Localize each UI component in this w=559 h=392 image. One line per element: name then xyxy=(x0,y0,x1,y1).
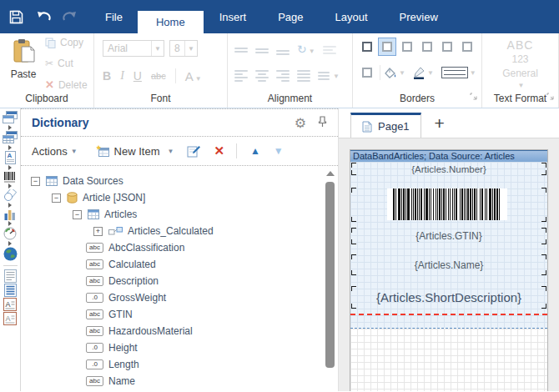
all-borders-icon[interactable] xyxy=(358,38,376,56)
move-up-icon[interactable]: ▲ xyxy=(250,145,260,157)
tree-item[interactable]: abcName xyxy=(21,373,338,389)
shapes-icon[interactable] xyxy=(3,189,17,208)
chart-icon[interactable] xyxy=(4,209,16,226)
tree-item[interactable]: abcAbcClassification xyxy=(21,239,338,256)
tree-item[interactable]: abcGTIN xyxy=(21,306,338,323)
tree-item[interactable]: −Article [JSON] xyxy=(21,189,338,206)
expand-arrow-icon[interactable] xyxy=(8,165,12,170)
bottom-border-icon[interactable] xyxy=(418,38,436,56)
align-center-icon[interactable] xyxy=(255,70,269,82)
paste-button[interactable]: Paste xyxy=(7,38,40,80)
collapse-icon[interactable]: − xyxy=(52,193,61,203)
outer-border-icon[interactable] xyxy=(378,38,396,56)
new-item-button[interactable]: New Item▼ xyxy=(96,145,174,158)
align-bottom-icon[interactable] xyxy=(276,45,290,55)
font-family-select[interactable]: Arial▼ xyxy=(103,40,164,57)
dialog-launcher-icon[interactable] xyxy=(470,91,477,103)
menu-tab-home[interactable]: Home xyxy=(138,11,204,33)
tree-item-label: Articles_Calculated xyxy=(128,225,214,237)
tree-item[interactable]: +Articles_Calculated xyxy=(21,223,338,239)
copy-button[interactable]: Copy xyxy=(45,37,83,48)
text-format-button[interactable]: ABC 123 General ▼ xyxy=(482,38,558,90)
dialog-launcher-icon[interactable] xyxy=(546,91,554,103)
data-band-header[interactable]: DataBandArticles; Data Source: Articles xyxy=(350,150,547,162)
justify-icon[interactable] xyxy=(297,70,310,82)
wrap-text-icon[interactable] xyxy=(323,46,336,54)
tree-item[interactable]: abcCalculated xyxy=(21,256,338,273)
menu-tab-insert[interactable]: Insert xyxy=(204,0,263,33)
document-icon[interactable] xyxy=(4,269,17,283)
menu-tab-page[interactable]: Page xyxy=(262,0,319,33)
expand-arrow-icon[interactable] xyxy=(8,221,12,226)
add-page-button[interactable]: + xyxy=(435,114,445,132)
move-down-icon[interactable]: ▼ xyxy=(274,145,284,157)
text-component-icon[interactable]: A xyxy=(4,151,17,170)
expand-arrow-icon[interactable] xyxy=(8,183,12,188)
align-right-icon[interactable] xyxy=(276,70,290,82)
bands-icon[interactable] xyxy=(3,111,18,130)
edit-button[interactable] xyxy=(187,145,200,158)
collapse-icon[interactable]: − xyxy=(31,177,40,186)
tree-item[interactable]: −Articles xyxy=(21,206,338,223)
tree-item[interactable]: .0Length xyxy=(21,356,338,373)
no-border-icon[interactable] xyxy=(358,63,376,82)
collapse-icon[interactable]: − xyxy=(73,210,82,219)
tab-page1[interactable]: Page1 xyxy=(350,113,421,138)
scrollbar-thumb[interactable] xyxy=(325,182,335,368)
text-component-gtin[interactable]: {Articles.GTIN} xyxy=(351,228,546,244)
redo-icon[interactable] xyxy=(58,0,80,33)
text-component-short-description[interactable]: {Articles.ShortDescription} xyxy=(351,286,546,309)
pin-icon[interactable] xyxy=(318,116,327,130)
left-border-icon[interactable] xyxy=(438,38,456,56)
align-middle-icon[interactable] xyxy=(255,46,269,53)
underline-button[interactable]: U xyxy=(133,69,142,83)
expand-arrow-icon[interactable] xyxy=(8,145,12,150)
gauge-icon[interactable] xyxy=(3,227,17,246)
barcode-component[interactable] xyxy=(351,188,546,222)
delete-item-icon[interactable]: ✕ xyxy=(214,143,224,158)
align-top-icon[interactable] xyxy=(234,48,248,53)
strikethrough-button[interactable]: abc xyxy=(151,71,166,81)
expand-arrow-icon[interactable] xyxy=(8,241,12,246)
gear-icon[interactable]: ⚙ xyxy=(295,115,306,131)
menu-tab-layout[interactable]: Layout xyxy=(320,0,384,33)
fill-color-button[interactable]: ▼ xyxy=(384,67,405,79)
align-left-icon[interactable] xyxy=(234,70,248,82)
report-page[interactable]: DataBandArticles; Data Source: Articles … xyxy=(350,149,548,391)
save-icon[interactable] xyxy=(5,0,27,33)
cut-button[interactable]: ✂ Cut xyxy=(45,58,73,69)
map-icon[interactable] xyxy=(3,247,18,261)
expand-arrow-icon[interactable] xyxy=(8,203,12,208)
font-color-button[interactable]: A▼ xyxy=(185,69,202,83)
top-border-icon[interactable] xyxy=(398,38,416,56)
border-color-button[interactable]: ▼ xyxy=(412,67,434,79)
cross-bands-icon[interactable] xyxy=(3,131,18,150)
text-rotation-button[interactable]: ↻▼ xyxy=(297,43,315,56)
bold-button[interactable]: B xyxy=(103,69,111,83)
file-menu-button[interactable]: File xyxy=(92,0,136,33)
text-component-name[interactable]: {Articles.Name} xyxy=(351,254,546,275)
scroll-up-icon[interactable] xyxy=(326,171,335,176)
actions-menu-button[interactable]: Actions▼ xyxy=(32,145,78,158)
page-grid xyxy=(350,329,547,391)
text-style-icon[interactable]: A xyxy=(3,298,17,311)
right-border-icon[interactable] xyxy=(458,38,476,56)
notes-icon[interactable] xyxy=(4,284,17,297)
tree-item[interactable]: .0GrossWeight xyxy=(21,289,338,306)
tree-item[interactable]: −Data Sources xyxy=(21,173,338,189)
delete-button[interactable]: ✕ Delete xyxy=(45,78,88,91)
text-component-number[interactable]: {Articles.Number} xyxy=(351,163,546,175)
undo-icon[interactable] xyxy=(33,0,55,33)
text-style-alt-icon[interactable]: A xyxy=(3,312,17,325)
expand-icon[interactable]: + xyxy=(93,227,103,236)
italic-button[interactable]: I xyxy=(120,69,124,83)
tree-item[interactable]: .0Height xyxy=(21,339,338,356)
menu-tab-preview[interactable]: Preview xyxy=(384,0,454,33)
tree-item[interactable]: abcDescription xyxy=(21,273,338,289)
barcode-icon[interactable] xyxy=(3,171,17,188)
border-style-button[interactable]: ▼ xyxy=(441,67,476,78)
expand-arrow-icon[interactable] xyxy=(8,125,12,130)
font-size-select[interactable]: 8▼ xyxy=(169,40,198,57)
line-spacing-button[interactable]: ▼ xyxy=(318,72,340,80)
tree-item[interactable]: abcHazardousMaterial xyxy=(21,323,338,339)
